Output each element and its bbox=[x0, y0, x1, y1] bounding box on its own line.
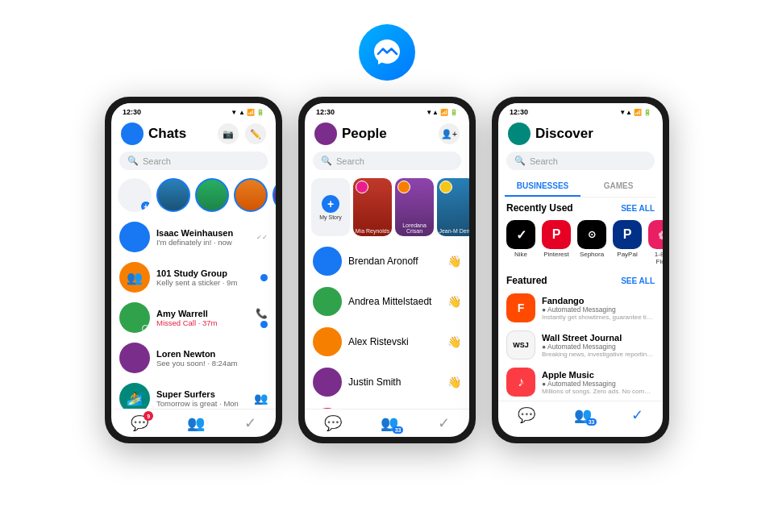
nav-item-people-3[interactable]: 👥 33 bbox=[574, 406, 592, 424]
user-avatar-2[interactable] bbox=[314, 123, 337, 145]
nav-item-chats-2[interactable]: 💬 bbox=[324, 414, 342, 432]
list-item[interactable]: WSJ Wall Street Journal ● Automated Mess… bbox=[498, 326, 663, 364]
nav-item-discover[interactable]: ✓ bbox=[631, 406, 643, 424]
pinterest-logo: P bbox=[542, 220, 571, 249]
people-list: Brendan Aronoff 👋 Andrea Mittelstaedt 👋 … bbox=[305, 241, 469, 409]
add-story-1[interactable]: + bbox=[118, 178, 152, 212]
wave-icon[interactable]: 👋 bbox=[447, 255, 461, 268]
people-search-placeholder: Search bbox=[336, 156, 364, 166]
chat-meta: ✓✓ bbox=[256, 234, 268, 241]
people-search[interactable]: 🔍 Search bbox=[313, 152, 461, 170]
phone-people-screen: 12:30 ▼▲ 📶 🔋 People 👤+ 🔍 bbox=[305, 103, 469, 437]
nav-item-chats-3[interactable]: 💬 bbox=[518, 406, 535, 424]
brand-1800flowers[interactable]: 🌸 1-800 Flow bbox=[648, 220, 663, 265]
story-card-label-2: Loredana Crisan bbox=[397, 222, 432, 234]
brand-sephora[interactable]: ⊙ Sephora bbox=[577, 220, 606, 265]
wave-icon[interactable]: 👋 bbox=[447, 335, 461, 348]
add-story-plus-1: + bbox=[140, 201, 152, 212]
story-1[interactable] bbox=[156, 178, 190, 212]
story-4[interactable] bbox=[273, 178, 276, 212]
nike-logo: ✓ bbox=[506, 220, 535, 249]
chat-info: Amy Warrell Missed Call · 37m bbox=[156, 309, 249, 327]
user-avatar-1[interactable] bbox=[121, 123, 144, 145]
flowers-logo: 🌸 bbox=[648, 220, 663, 249]
discover-title: Discover bbox=[535, 126, 593, 142]
pinterest-name: Pinterest bbox=[543, 251, 569, 258]
discover-header: Discover bbox=[498, 118, 663, 148]
bottom-nav-3: 💬 👥 33 ✓ bbox=[498, 401, 663, 429]
nav-item-status-1[interactable]: ✓ bbox=[244, 414, 256, 432]
chat-name: Amy Warrell bbox=[156, 309, 249, 318]
nav-item-chats[interactable]: 💬 9 bbox=[131, 414, 148, 432]
see-all-2[interactable]: SEE ALL bbox=[621, 276, 655, 285]
camera-icon[interactable]: 📷 bbox=[218, 123, 239, 144]
sephora-logo: ⊙ bbox=[577, 220, 606, 249]
chat-info: Super Surfers Tomorrow is great · Mon bbox=[156, 389, 248, 408]
tab-businesses[interactable]: BUSINESSES bbox=[505, 177, 580, 197]
tab-games[interactable]: GAMES bbox=[580, 177, 656, 197]
time-1: 12:30 bbox=[123, 108, 141, 116]
list-item[interactable]: Alex Ristevski 👋 bbox=[305, 322, 469, 362]
story-3[interactable] bbox=[234, 178, 268, 212]
add-person-icon[interactable]: 👤+ bbox=[439, 123, 460, 144]
people-avatar bbox=[313, 368, 342, 397]
fandango-info: Fandango ● Automated Messaging Instantly… bbox=[542, 296, 655, 321]
nike-name: Nike bbox=[514, 251, 527, 258]
recently-used-header: Recently Used SEE ALL bbox=[498, 197, 663, 217]
chat-preview: Missed Call · 37m bbox=[156, 318, 249, 327]
list-item[interactable]: F Fandango ● Automated Messaging Instant… bbox=[498, 289, 663, 326]
chat-info: 101 Study Group Kelly sent a sticker · 9… bbox=[156, 268, 254, 287]
wave-icon[interactable]: 👋 bbox=[447, 376, 461, 389]
story-2[interactable] bbox=[195, 178, 229, 212]
featured-header: Featured SEE ALL bbox=[498, 270, 663, 289]
list-item[interactable]: Brendan Aronoff 👋 bbox=[305, 241, 469, 281]
table-row[interactable]: Isaac Weinhausen I'm definately in! · no… bbox=[111, 217, 276, 257]
brand-nike[interactable]: ✓ Nike bbox=[506, 220, 535, 265]
brand-paypal[interactable]: P PayPal bbox=[613, 220, 642, 265]
story-card-2[interactable]: Loredana Crisan bbox=[395, 178, 434, 236]
list-item[interactable]: ♪ Apple Music ● Automated Messaging Mill… bbox=[498, 364, 663, 401]
add-story-card[interactable]: + My Story bbox=[311, 178, 350, 236]
discover-header-left: Discover bbox=[508, 123, 593, 145]
table-row[interactable]: Loren Newton See you soon! · 8:24am bbox=[111, 338, 276, 378]
chat-avatar: 🏄 bbox=[119, 383, 150, 409]
flowers-name: 1-800 Flow bbox=[648, 251, 663, 265]
phones-container: 12:30 ▼ ▲ 📶 🔋 Chats 📷 ✏️ bbox=[81, 97, 693, 443]
list-item[interactable]: Andrea Mittelstaedt 👋 bbox=[305, 281, 469, 322]
nav-item-people-2[interactable]: 👥 33 bbox=[381, 414, 398, 432]
featured-title: Featured bbox=[506, 275, 547, 286]
chats-stories: + bbox=[111, 173, 276, 217]
people-name: Brendan Aronoff bbox=[348, 256, 441, 267]
phone-discover-screen: 12:30 ▼▲ 📶 🔋 Discover 🔍 Search bbox=[498, 103, 663, 437]
see-all-1[interactable]: SEE ALL bbox=[621, 204, 655, 213]
list-item[interactable]: Justin Smith 👋 bbox=[305, 362, 469, 402]
chat-preview: Kelly sent a sticker · 9m bbox=[156, 278, 254, 287]
story-card-label-1: Mia Reynolds bbox=[355, 228, 390, 234]
chat-avatar: 👥 bbox=[119, 262, 150, 293]
nav-item-status-2[interactable]: ✓ bbox=[438, 414, 450, 432]
phone-people: 12:30 ▼▲ 📶 🔋 People 👤+ 🔍 bbox=[298, 97, 476, 443]
discover-search[interactable]: 🔍 Search bbox=[506, 152, 655, 170]
table-row[interactable]: Amy Warrell Missed Call · 37m 📞 bbox=[111, 297, 276, 338]
status-icons-1: ▼ ▲ 📶 🔋 bbox=[231, 109, 264, 116]
chat-info: Loren Newton See you soon! · 8:24am bbox=[156, 349, 268, 368]
table-row[interactable]: 👥 101 Study Group Kelly sent a sticker ·… bbox=[111, 257, 276, 297]
wave-icon[interactable]: 👋 bbox=[447, 295, 461, 308]
chats-search[interactable]: 🔍 Search bbox=[119, 152, 268, 170]
nav-item-people-1[interactable]: 👥 bbox=[187, 414, 205, 432]
search-icon-3: 🔍 bbox=[514, 156, 526, 166]
story-card-1[interactable]: Mia Reynolds bbox=[353, 178, 392, 236]
compose-icon[interactable]: ✏️ bbox=[245, 123, 266, 144]
brand-pinterest[interactable]: P Pinterest bbox=[542, 220, 571, 265]
chat-meta bbox=[260, 274, 268, 281]
story-avatar-2 bbox=[397, 181, 410, 193]
messenger-logo bbox=[359, 24, 415, 81]
list-item[interactable]: Julyanne Liang 👋 bbox=[305, 402, 469, 409]
time-3: 12:30 bbox=[510, 108, 528, 116]
search-icon-2: 🔍 bbox=[321, 156, 332, 166]
recently-used-title: Recently Used bbox=[506, 202, 573, 214]
user-avatar-3[interactable] bbox=[508, 123, 531, 145]
story-card-3[interactable]: Jean-M Denis bbox=[437, 178, 469, 236]
wsj-desc: Breaking news, investigative reporting..… bbox=[542, 351, 655, 358]
table-row[interactable]: 🏄 Super Surfers Tomorrow is great · Mon … bbox=[111, 378, 276, 409]
